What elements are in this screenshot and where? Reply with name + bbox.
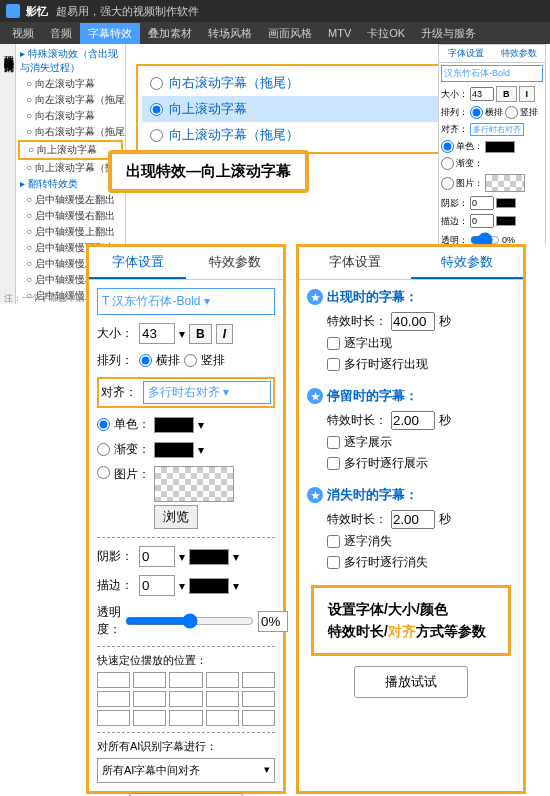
font-select[interactable]: T 汉东竹石体-Bold ▾ (97, 288, 275, 315)
radio-vertical[interactable] (184, 354, 197, 367)
pos-cell[interactable] (206, 710, 239, 726)
bold-button[interactable]: B (189, 324, 212, 344)
radio-gradient[interactable] (97, 443, 110, 456)
mini-size[interactable] (470, 87, 494, 101)
menu-3[interactable]: 叠加素材 (140, 23, 200, 44)
menubar: 视频音频字幕特效叠加素材转场风格画面风格MTV卡拉OK升级与服务 (0, 22, 550, 44)
app-name: 影忆 (26, 4, 48, 19)
duration-stay[interactable] (391, 411, 435, 430)
pos-cell[interactable] (97, 672, 130, 688)
shadow-color[interactable] (189, 549, 229, 565)
titlebar: 影忆 超易用，强大的视频制作软件 (0, 0, 550, 22)
app-logo (6, 4, 20, 18)
cb-char-appear[interactable] (327, 337, 340, 350)
play-button-right[interactable]: 播放试试 (354, 666, 468, 698)
position-grid (97, 672, 275, 726)
effect-params-panel: 字体设置 特效参数 ★出现时的字幕： 特效时长：秒 逐字出现 多行时逐行出现 ★… (296, 244, 526, 794)
pos-cell[interactable] (133, 691, 166, 707)
radio-solid[interactable] (97, 418, 110, 431)
image-preview (154, 466, 234, 502)
duration-disappear[interactable] (391, 510, 435, 529)
cb-char-disappear[interactable] (327, 535, 340, 548)
menu-0[interactable]: 视频 (4, 23, 42, 44)
opacity-slider[interactable] (125, 613, 254, 629)
pos-cell[interactable] (133, 672, 166, 688)
cb-line-appear[interactable] (327, 358, 340, 371)
menu-2[interactable]: 字幕特效 (80, 23, 140, 44)
pos-cell[interactable] (133, 710, 166, 726)
tree-item[interactable]: ○ 向右滚动字幕 (18, 108, 123, 124)
star-icon: ★ (307, 289, 323, 305)
cb-line-disappear[interactable] (327, 556, 340, 569)
shadow-input[interactable] (139, 546, 175, 567)
ai-align-select[interactable]: 所有AI字幕中间对齐▾ (97, 758, 275, 783)
mini-color[interactable] (485, 141, 515, 153)
pos-cell[interactable] (242, 710, 275, 726)
pos-cell[interactable] (169, 710, 202, 726)
size-input[interactable] (139, 323, 175, 344)
stroke-input[interactable] (139, 575, 175, 596)
color-swatch[interactable] (154, 417, 194, 433)
tree-item[interactable]: ○ 向左滚动字幕（拖尾） (18, 92, 123, 108)
tree-item[interactable]: ○ 启中轴缓慢左翻出 (18, 192, 123, 208)
font-settings-panel: 字体设置 特效参数 T 汉东竹石体-Bold ▾ 大小： ▾ B I 排列： 横… (86, 244, 286, 794)
mini-v[interactable] (505, 106, 518, 119)
tab-effect-params-l[interactable]: 特效参数 (186, 247, 283, 279)
menu-8[interactable]: 升级与服务 (413, 23, 484, 44)
mini-italic[interactable]: I (519, 86, 536, 102)
radio-horizontal[interactable] (139, 354, 152, 367)
menu-4[interactable]: 转场风格 (200, 23, 260, 44)
pos-cell[interactable] (97, 710, 130, 726)
tooltip-callout: 出现特效—向上滚动字幕 (108, 150, 309, 193)
browse-button[interactable]: 浏览 (154, 505, 198, 529)
italic-button[interactable]: I (216, 324, 233, 344)
star-icon: ★ (307, 388, 323, 404)
mini-tab-font[interactable]: 字体设置 (439, 45, 492, 62)
radio-image[interactable] (97, 466, 110, 479)
pos-cell[interactable] (169, 672, 202, 688)
tree-item[interactable]: ○ 向右滚动字幕（拖尾） (18, 124, 123, 140)
sidebar-left: 出现特效 停留特效 消失特效 (0, 44, 16, 304)
pos-cell[interactable] (169, 691, 202, 707)
tab-effect-params[interactable]: 特效参数 (411, 247, 523, 279)
mini-h[interactable] (470, 106, 483, 119)
mini-font-select[interactable]: 汉东竹石体-Bold (441, 65, 543, 82)
tab-font-settings-r[interactable]: 字体设置 (299, 247, 411, 279)
duration-appear[interactable] (391, 312, 435, 331)
main-panels: 字体设置 特效参数 T 汉东竹石体-Bold ▾ 大小： ▾ B I 排列： 横… (86, 244, 546, 794)
pos-cell[interactable] (242, 672, 275, 688)
menu-5[interactable]: 画面风格 (260, 23, 320, 44)
mini-bold[interactable]: B (496, 86, 517, 102)
align-select[interactable]: 多行时右对齐 ▾ (143, 381, 271, 404)
tree-item[interactable]: ○ 启中轴缓慢右翻出 (18, 208, 123, 224)
tree-item[interactable]: ○ 启中轴缓慢上翻出 (18, 224, 123, 240)
hint-callout: 设置字体/大小/颜色 特效时长/对齐方式等参数 (311, 585, 511, 656)
mini-align[interactable]: 多行时右对齐 (470, 123, 524, 136)
cb-line-stay[interactable] (327, 457, 340, 470)
opacity-value[interactable] (258, 611, 288, 632)
tab-font-settings[interactable]: 字体设置 (89, 247, 186, 279)
stroke-color[interactable] (189, 578, 229, 594)
menu-6[interactable]: MTV (320, 24, 359, 42)
mini-tab-effect[interactable]: 特效参数 (492, 45, 545, 62)
pos-cell[interactable] (242, 691, 275, 707)
menu-7[interactable]: 卡拉OK (359, 23, 413, 44)
app-slogan: 超易用，强大的视频制作软件 (56, 4, 199, 19)
dropdown-icon[interactable]: ▾ (198, 418, 204, 432)
star-icon: ★ (307, 487, 323, 503)
pos-cell[interactable] (206, 672, 239, 688)
pos-cell[interactable] (206, 691, 239, 707)
size-spinner[interactable]: ▾ (179, 327, 185, 341)
cb-char-stay[interactable] (327, 436, 340, 449)
gradient-swatch[interactable] (154, 442, 194, 458)
menu-1[interactable]: 音频 (42, 23, 80, 44)
tree-item[interactable]: ○ 向左滚动字幕 (18, 76, 123, 92)
pos-cell[interactable] (97, 691, 130, 707)
